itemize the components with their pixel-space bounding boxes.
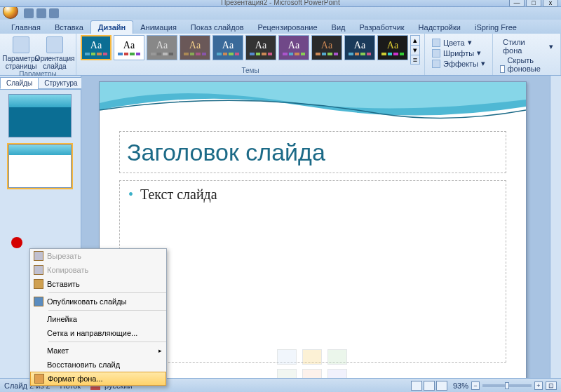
view-buttons xyxy=(411,381,447,391)
themes-gallery: Aa Aa Aa Aa Aa Aa Aa Aa Aa Aa ▴ ▾ ≡ xyxy=(81,35,420,65)
group-page-setup: Параметры страницы Ориентация слайда Пар… xyxy=(0,34,76,75)
tab-home[interactable]: Главная xyxy=(4,21,48,34)
sorter-view-button[interactable] xyxy=(424,381,435,391)
slide-decoration xyxy=(100,82,526,126)
title-placeholder[interactable]: Заголовок слайда xyxy=(119,131,506,173)
body-placeholder[interactable]: Текст слайда xyxy=(119,180,506,363)
menu-separator xyxy=(48,342,166,342)
window-controls: — □ x xyxy=(509,0,558,7)
tab-developer[interactable]: Разработчик xyxy=(352,21,411,34)
menu-copy: Копировать xyxy=(30,263,166,277)
quick-access-toolbar xyxy=(0,7,561,20)
theme-thumb-10[interactable]: Aa xyxy=(377,35,408,60)
maximize-button[interactable]: □ xyxy=(526,0,541,7)
theme-thumb-3[interactable]: Aa xyxy=(147,35,177,60)
minimize-button[interactable]: — xyxy=(509,0,525,7)
publish-icon xyxy=(34,297,43,306)
tab-slideshow[interactable]: Показ слайдов xyxy=(184,21,251,34)
group-theme-variants: Цвета▾ Шрифты▾ Эффекты▾ xyxy=(425,34,493,75)
undo-icon[interactable] xyxy=(36,8,46,18)
tab-animation[interactable]: Анимация xyxy=(133,21,184,34)
menu-grid[interactable]: Сетка и направляющие... xyxy=(30,326,166,340)
zoom-slider[interactable] xyxy=(482,384,532,387)
menu-separator xyxy=(48,310,166,311)
theme-thumb-6[interactable]: Aa xyxy=(245,35,276,60)
tab-ispring[interactable]: iSpring Free xyxy=(468,21,524,34)
theme-thumb-9[interactable]: Aa xyxy=(344,35,375,60)
titlebar: Презентация2 - Microsoft PowerPoint — □ … xyxy=(0,0,561,7)
vertical-scrollbar[interactable] xyxy=(550,76,561,392)
menu-separator xyxy=(48,292,166,293)
orientation-icon xyxy=(46,36,63,53)
insert-table-icon[interactable] xyxy=(277,349,297,365)
fonts-icon xyxy=(432,49,440,58)
menu-layout[interactable]: Макет▸ xyxy=(30,344,166,358)
menu-publish[interactable]: Опубликовать слайды xyxy=(30,295,166,309)
orientation-button[interactable]: Ориентация слайда xyxy=(38,35,72,70)
bg-styles-button[interactable]: Стили фона▾ xyxy=(500,38,553,55)
menu-cut: Вырезать xyxy=(30,249,166,263)
copy-icon xyxy=(34,265,43,275)
ribbon: Параметры страницы Ориентация слайда Пар… xyxy=(0,34,561,76)
colors-icon xyxy=(432,39,440,47)
zoom-out-button[interactable]: − xyxy=(471,381,480,390)
menu-paste[interactable]: Вставить xyxy=(30,277,166,291)
context-menu: Вырезать Копировать Вставить Опубликоват… xyxy=(29,248,167,386)
ribbon-tabs: Главная Вставка Дизайн Анимация Показ сл… xyxy=(0,20,561,34)
close-button[interactable]: x xyxy=(543,0,558,7)
effects-button[interactable]: Эффекты▾ xyxy=(432,59,485,68)
slide-body-text: Текст слайда xyxy=(128,187,497,203)
tab-insert[interactable]: Вставка xyxy=(48,21,90,34)
marker-dot xyxy=(11,237,22,248)
paste-icon xyxy=(34,279,43,289)
theme-thumb-5[interactable]: Aa xyxy=(212,35,243,60)
group-label-themes: Темы xyxy=(81,67,420,75)
theme-thumb-7[interactable]: Aa xyxy=(278,35,309,60)
group-themes: Aa Aa Aa Aa Aa Aa Aa Aa Aa Aa ▴ ▾ ≡ Темы xyxy=(76,34,425,75)
theme-thumb-8[interactable]: Aa xyxy=(311,35,342,60)
zoom-percent[interactable]: 93% xyxy=(453,381,468,390)
redo-icon[interactable] xyxy=(49,8,59,18)
menu-ruler[interactable]: Линейка xyxy=(30,312,166,326)
panel-tabs: Слайды Структура x xyxy=(0,76,81,90)
zoom-control: 93% − + ⊡ xyxy=(453,381,557,390)
tab-addins[interactable]: Надстройки xyxy=(412,21,468,34)
page-setup-button[interactable]: Параметры страницы xyxy=(4,35,38,70)
insert-chart-icon[interactable] xyxy=(302,349,322,365)
effects-icon xyxy=(432,60,440,68)
slide-thumb-1[interactable] xyxy=(8,94,72,137)
menu-reset[interactable]: Восстановить слайд xyxy=(30,358,166,372)
slide-title-text: Заголовок слайда xyxy=(127,139,325,166)
checkbox-icon xyxy=(500,65,505,73)
insert-smartart-icon[interactable] xyxy=(327,349,347,365)
panel-tab-slides[interactable]: Слайды xyxy=(0,77,39,89)
group-background: Стили фона▾ Скрыть фоновые рисунки Фон xyxy=(493,34,561,75)
slide-thumb-2[interactable] xyxy=(8,144,72,188)
cut-icon xyxy=(34,251,43,261)
format-bg-icon xyxy=(34,374,44,384)
fonts-button[interactable]: Шрифты▾ xyxy=(432,48,485,58)
themes-more-button[interactable]: ▴ ▾ ≡ xyxy=(410,35,420,65)
tab-review[interactable]: Рецензирование xyxy=(251,21,325,34)
page-setup-icon xyxy=(13,36,29,53)
slideshow-view-button[interactable] xyxy=(436,381,447,391)
colors-button[interactable]: Цвета▾ xyxy=(432,38,485,47)
menu-format-bg[interactable]: Формат фона... xyxy=(30,372,166,386)
tab-design[interactable]: Дизайн xyxy=(90,20,133,34)
tab-view[interactable]: Вид xyxy=(325,21,353,34)
normal-view-button[interactable] xyxy=(411,381,422,391)
panel-tab-outline[interactable]: Структура xyxy=(38,77,83,89)
theme-thumb-2[interactable]: Aa xyxy=(114,35,144,60)
save-icon[interactable] xyxy=(24,8,34,18)
zoom-in-button[interactable]: + xyxy=(534,381,543,390)
window-title: Презентация2 - Microsoft PowerPoint xyxy=(221,0,339,6)
theme-thumb-4[interactable]: Aa xyxy=(180,35,210,60)
theme-thumb-1[interactable]: Aa xyxy=(81,35,111,60)
zoom-fit-button[interactable]: ⊡ xyxy=(546,381,557,390)
